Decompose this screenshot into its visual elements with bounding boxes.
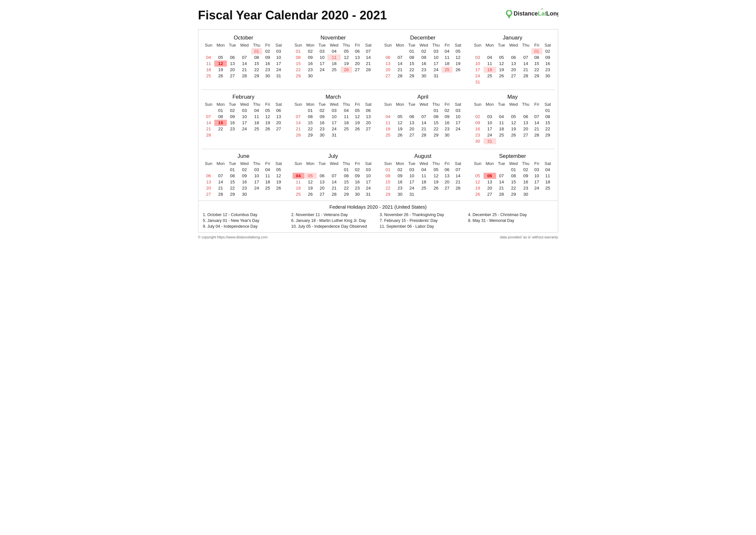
calendar-day — [483, 107, 496, 114]
calendar-day: 06 — [363, 107, 374, 114]
day-header: Tue — [317, 42, 328, 48]
calendar-day: 16 — [442, 120, 452, 126]
calendar-day — [203, 167, 215, 173]
month-table: SunMonTueWedThuFriSat0102030405060708091… — [203, 42, 284, 79]
calendar-day — [394, 107, 406, 114]
calendar-day: 21 — [363, 61, 374, 67]
calendar-day: 20 — [382, 67, 394, 73]
calendar-day: 28 — [203, 132, 215, 138]
table-row: 18192021222324 — [382, 126, 464, 132]
calendar-day: 13 — [520, 120, 531, 126]
calendar-day — [227, 48, 238, 54]
calendar-day: 26 — [394, 132, 406, 138]
calendar-day — [442, 73, 452, 79]
calendar-day: 11 — [483, 61, 496, 67]
calendar-day: 15 — [304, 120, 317, 126]
calendar-day: 20 — [273, 120, 284, 126]
calendar-day — [520, 107, 531, 114]
calendar-day: 25 — [382, 132, 394, 138]
calendar-day: 09 — [542, 54, 554, 61]
calendar-day: 22 — [251, 67, 262, 73]
calendar-day — [531, 138, 542, 144]
table-row: 31 — [472, 79, 554, 85]
calendar-day: 30 — [352, 191, 363, 197]
calendar-day: 23 — [227, 126, 238, 132]
month-title: March — [292, 94, 374, 100]
table-row: 010203040506 — [203, 107, 284, 114]
month-table: SunMonTueWedThuFriSat0102030405060708091… — [472, 42, 554, 85]
month-title: January — [472, 35, 554, 41]
day-header: Tue — [406, 42, 417, 48]
day-header: Sun — [292, 101, 304, 107]
table-row: 2627282930 — [472, 191, 554, 197]
calendar-day: 23 — [238, 185, 251, 191]
calendar-day: 31 — [363, 191, 374, 197]
calendar-day — [452, 191, 464, 197]
calendar-day: 13 — [483, 179, 496, 185]
calendar-day: 12 — [214, 61, 227, 67]
calendar-day: 03 — [251, 167, 262, 173]
calendar-day: 10 — [238, 114, 251, 120]
calendar-day: 16 — [317, 120, 328, 126]
calendar-day: 12 — [262, 114, 273, 120]
calendar-day: 01 — [304, 107, 317, 114]
table-row: 19202122232425 — [472, 185, 554, 191]
day-header: Wed — [507, 42, 520, 48]
calendar-day: 07 — [238, 54, 251, 61]
calendar-day: 28 — [496, 191, 507, 197]
calendar-day: 18 — [292, 185, 304, 191]
calendar-day: 25 — [496, 132, 507, 138]
calendar-day: 07 — [363, 48, 374, 54]
calendar-day — [496, 48, 507, 54]
month-table: SunMonTueWedThuFriSat0102030405060708091… — [292, 161, 374, 197]
day-header: Mon — [483, 101, 496, 107]
month-table: SunMonTueWedThuFriSat0102030405060708091… — [292, 42, 374, 79]
calendar-day: 12 — [304, 179, 317, 185]
day-header: Sat — [452, 42, 464, 48]
calendar-day: 20 — [227, 67, 238, 73]
calendar-day: 22 — [507, 185, 520, 191]
table-row: 01020304050607 — [382, 167, 464, 173]
calendar-day: 11 — [292, 179, 304, 185]
calendar-day: 20 — [507, 67, 520, 73]
calendar-day: 26 — [214, 73, 227, 79]
calendar-day — [352, 132, 363, 138]
calendar-day: 27 — [203, 191, 215, 197]
day-header: Sun — [382, 101, 394, 107]
calendar-day: 03 — [483, 114, 496, 120]
table-row: 06070809101112 — [203, 173, 284, 179]
table-row: 252627282930 — [382, 132, 464, 138]
calendar-day: 16 — [417, 61, 431, 67]
calendar-day: 21 — [496, 185, 507, 191]
table-row: 28293031 — [292, 132, 374, 138]
calendar-day: 07 — [520, 54, 531, 61]
calendar-day: 02 — [227, 107, 238, 114]
table-row: 13141516171819 — [203, 179, 284, 185]
calendar-day — [394, 48, 406, 54]
calendar-day: 13 — [317, 179, 328, 185]
calendar-day: 21 — [292, 126, 304, 132]
calendar-day: 08 — [214, 114, 227, 120]
calendar-day: 14 — [531, 120, 542, 126]
table-row: 11121314151617 — [292, 179, 374, 185]
page-title: Fiscal Year Calendar 2020 - 2021 — [198, 9, 387, 22]
day-header: Sat — [273, 161, 284, 167]
day-header: Fri — [442, 42, 452, 48]
holiday-item: 10. July 05 - Independence Day Observed — [291, 224, 377, 229]
calendar-day: 02 — [304, 48, 317, 54]
calendar-day: 30 — [317, 132, 328, 138]
calendar-day: 22 — [214, 126, 227, 132]
calendar-day: 20 — [352, 61, 363, 67]
calendar-day — [483, 48, 496, 54]
calendar-day: 17 — [452, 120, 464, 126]
calendar-day: 08 — [406, 54, 417, 61]
table-row: 010203 — [382, 107, 464, 114]
calendar-day — [292, 167, 304, 173]
calendar-day: 18 — [327, 61, 341, 67]
calendar-day — [496, 79, 507, 85]
calendar-day: 10 — [431, 54, 442, 61]
calendar-day — [431, 191, 442, 197]
calendar-day: 21 — [394, 67, 406, 73]
table-row: 20212223242526 — [203, 185, 284, 191]
calendar-day: 21 — [238, 67, 251, 73]
